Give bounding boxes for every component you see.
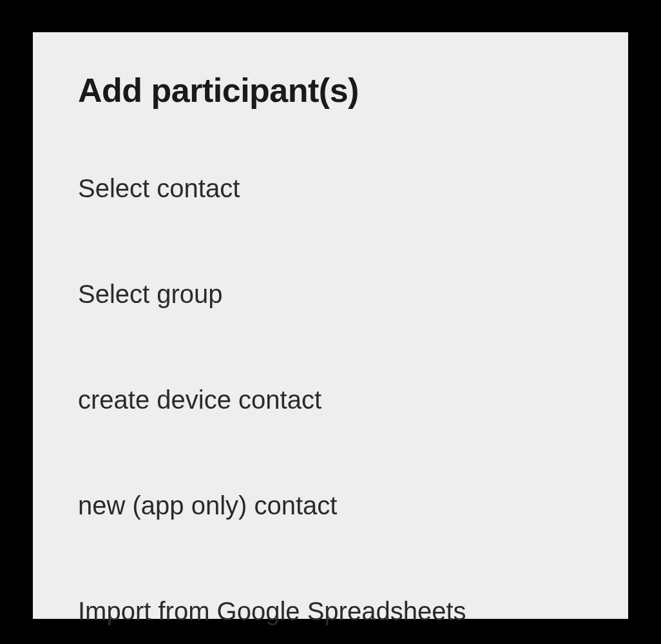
add-participant-dialog: Add participant(s) Select contact Select…	[33, 32, 628, 619]
option-new-app-only-contact[interactable]: new (app only) contact	[78, 472, 583, 539]
option-import-google-spreadsheets[interactable]: Import from Google Spreadsheets	[78, 578, 583, 644]
option-select-contact[interactable]: Select contact	[78, 155, 583, 222]
option-create-device-contact[interactable]: create device contact	[78, 366, 583, 433]
dialog-title: Add participant(s)	[78, 71, 583, 110]
option-select-group[interactable]: Select group	[78, 260, 583, 327]
